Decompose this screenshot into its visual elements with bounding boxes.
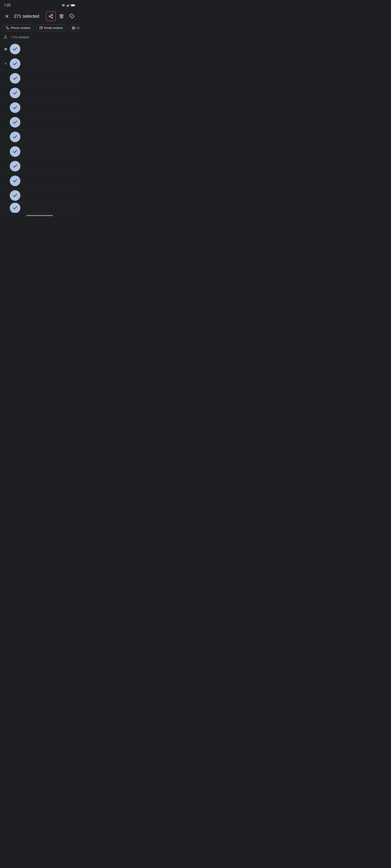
contact-row[interactable] (0, 144, 79, 159)
label-icon (69, 14, 75, 19)
checkmark-icon (12, 105, 18, 110)
svg-rect-7 (75, 5, 75, 6)
checkmark-icon (12, 46, 18, 52)
star-icon (4, 47, 8, 51)
checkmark-icon (12, 193, 18, 198)
svg-rect-1 (66, 6, 67, 7)
contact-avatar (10, 146, 20, 157)
contact-row[interactable] (0, 115, 79, 130)
share-icon (49, 14, 53, 19)
section-label-star (2, 47, 10, 51)
section-letter: A (5, 62, 6, 65)
contact-row[interactable] (0, 130, 79, 144)
company-tab-icon (72, 26, 75, 30)
svg-rect-15 (72, 27, 75, 29)
svg-rect-4 (69, 4, 69, 7)
contact-row[interactable] (0, 174, 79, 188)
status-bar: 7:25 (0, 0, 79, 10)
contact-avatar (10, 117, 20, 128)
section-label-a: A (2, 62, 10, 65)
action-bar: 271 selected (0, 10, 79, 23)
tab-phone-contacts[interactable]: Phone contacts (2, 24, 34, 31)
phone-tab-icon (6, 26, 9, 30)
contact-row[interactable] (0, 100, 79, 115)
svg-point-0 (63, 6, 64, 7)
status-icons (61, 4, 75, 7)
contact-avatar (10, 190, 20, 201)
delete-button[interactable] (57, 11, 66, 21)
tab-company-label: Compa... (77, 26, 79, 30)
label-button[interactable] (67, 11, 77, 21)
svg-marker-21 (4, 47, 7, 51)
email-tab-icon (39, 26, 43, 30)
share-button[interactable] (46, 11, 56, 21)
checkmark-icon (12, 205, 18, 211)
checkmark-icon (12, 149, 18, 154)
checkmark-icon (12, 134, 18, 140)
selected-count-title: 271 selected (14, 13, 44, 19)
tab-email-contacts[interactable]: Email contacts (36, 24, 66, 31)
svg-rect-2 (67, 5, 67, 6)
status-time: 7:25 (4, 3, 10, 7)
contact-row[interactable] (0, 71, 79, 86)
svg-line-13 (50, 17, 52, 18)
home-indicator (26, 215, 53, 216)
contact-list: A (0, 42, 79, 213)
contact-avatar (10, 203, 20, 213)
tab-phone-label: Phone contacts (11, 26, 31, 30)
checkmark-icon (12, 178, 18, 184)
contact-row[interactable] (0, 42, 79, 56)
tab-company-contacts[interactable]: Compa... (68, 24, 79, 31)
close-button[interactable] (2, 12, 11, 21)
checkmark-icon (12, 61, 18, 66)
close-icon (4, 14, 9, 19)
contact-avatar (10, 73, 20, 84)
svg-line-14 (50, 15, 52, 16)
checkmark-icon (12, 163, 18, 169)
contact-avatar (10, 88, 20, 98)
contact-row[interactable]: A (0, 56, 79, 71)
contacts-count-text: • 271 contacts (11, 36, 29, 39)
contacts-count-row: • 271 contacts (0, 33, 79, 41)
contact-row[interactable] (0, 86, 79, 100)
svg-rect-6 (71, 5, 74, 6)
contact-avatar (10, 102, 20, 113)
tab-email-label: Email contacts (45, 26, 63, 30)
contact-avatar (10, 161, 20, 172)
checkmark-icon (12, 76, 18, 81)
contact-avatar (10, 58, 20, 69)
action-icons-group (46, 11, 77, 21)
contact-row[interactable] (0, 188, 79, 203)
svg-point-20 (5, 36, 6, 37)
delete-icon (59, 14, 64, 19)
filter-tabs: Phone contacts Email contacts Compa... (0, 23, 79, 33)
contact-row-partial[interactable] (0, 203, 79, 213)
wifi-icon (61, 4, 65, 7)
contact-avatar (10, 132, 20, 142)
contact-row[interactable] (0, 159, 79, 174)
checkmark-icon (12, 90, 18, 96)
person-icon (3, 35, 8, 39)
contact-avatar (10, 176, 20, 186)
signal-icon (66, 4, 69, 7)
battery-icon (71, 4, 75, 6)
bottom-bar (0, 213, 79, 219)
svg-rect-3 (68, 4, 68, 6)
checkmark-icon (12, 120, 18, 125)
contact-avatar (10, 44, 20, 54)
